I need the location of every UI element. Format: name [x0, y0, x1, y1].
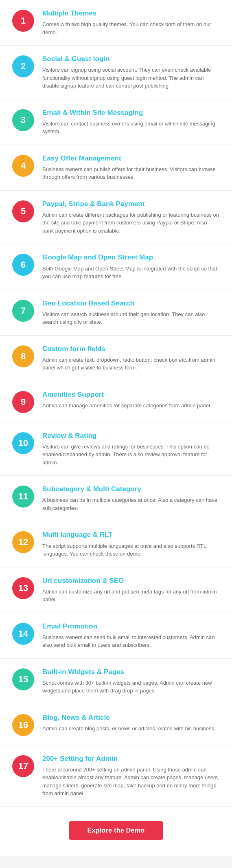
feature-item: 10Review & RatingVisitors can give revie… — [0, 422, 232, 476]
feature-number-10: 10 — [12, 432, 34, 454]
feature-title: Blog, News & Article — [42, 713, 220, 722]
feature-description: Visitors can search business around thei… — [42, 310, 220, 326]
feature-content: Amenities SupportAdmin can manage amenit… — [42, 390, 220, 410]
feature-item: 1Multiple ThemesComes with two high qual… — [0, 0, 232, 46]
feature-number-14: 14 — [12, 623, 34, 645]
feature-content: Google Map and Open Street MapBoth Googl… — [42, 253, 220, 280]
feature-item: 11Subcategory & Multi CategoryA business… — [0, 476, 232, 521]
feature-number-11: 11 — [12, 486, 34, 508]
feature-number-17: 17 — [12, 755, 34, 777]
feature-title: Social & Guest login — [42, 55, 220, 64]
feature-description: Admin can manage amenities for separate … — [42, 402, 220, 410]
feature-description: Business owners can publish offers for t… — [42, 165, 220, 181]
feature-title: Email Promotion — [42, 622, 220, 631]
feature-description: Script comes with 30+ built-in widgets a… — [42, 679, 220, 695]
feature-number-3: 3 — [12, 109, 34, 131]
feature-number-5: 5 — [12, 200, 34, 222]
feature-description: Admin can customize any url and put seo … — [42, 588, 220, 604]
explore-demo-button[interactable]: Explore the Demo — [69, 821, 163, 840]
feature-content: Email PromotionBusiness owners can send … — [42, 622, 220, 649]
feature-title: Amenities Support — [42, 390, 220, 399]
feature-title: Email & Within Site Messaging — [42, 108, 220, 117]
feature-description: A business can be in multiple categories… — [42, 496, 220, 512]
feature-description: The script supports multiple languages a… — [42, 542, 220, 558]
feature-title: Paypal, Stripe & Bank Payment — [42, 200, 220, 209]
feature-number-12: 12 — [12, 531, 34, 553]
feature-title: Subcategory & Multi Category — [42, 485, 220, 494]
feature-description: Business owners can send bulk email to i… — [42, 633, 220, 649]
feature-content: Paypal, Stripe & Bank PaymentAdmin can c… — [42, 200, 220, 235]
feature-number-2: 2 — [12, 55, 34, 77]
feature-content: Custom form fieldsAdmin can create text,… — [42, 345, 220, 372]
feature-item: 7Geo Location Based SearchVisitors can s… — [0, 290, 232, 336]
feature-content: Easy Offer ManagementBusiness owners can… — [42, 154, 220, 181]
feature-title: Url customization & SEO — [42, 576, 220, 585]
feature-content: Multiple ThemesComes with two high quali… — [42, 9, 220, 36]
feature-number-9: 9 — [12, 391, 34, 413]
feature-title: Custom form fields — [42, 345, 220, 354]
demo-button-container: Explore the Demo — [0, 807, 232, 856]
feature-number-8: 8 — [12, 345, 34, 367]
feature-item: 15Built-in Widgets & PagesScript comes w… — [0, 659, 232, 704]
feature-item: 4Easy Offer ManagementBusiness owners ca… — [0, 145, 232, 191]
feature-item: 2Social & Guest loginVisitors can signup… — [0, 46, 232, 99]
feature-title: Geo Location Based Search — [42, 299, 220, 308]
feature-content: Blog, News & ArticleAdmin can create blo… — [42, 713, 220, 733]
feature-description: There arearound 200+ setting on admin pa… — [42, 766, 220, 798]
feature-title: Multiple Themes — [42, 9, 220, 18]
feature-title: Review & Rating — [42, 431, 220, 440]
feature-item: 17200+ Setting for AdminThere arearound … — [0, 745, 232, 807]
feature-content: Review & RatingVisitors can give reviews… — [42, 431, 220, 467]
feature-number-6: 6 — [12, 254, 34, 276]
feature-number-13: 13 — [12, 577, 34, 599]
feature-content: Geo Location Based SearchVisitors can se… — [42, 299, 220, 326]
feature-title: 200+ Setting for Admin — [42, 754, 220, 763]
feature-description: Admin can create different packages for … — [42, 211, 220, 235]
feature-item: 9Amenities SupportAdmin can manage ameni… — [0, 381, 232, 422]
feature-description: Admin can create text, dropdown, radio b… — [42, 356, 220, 372]
feature-description: Both Google Map and Open Street Map is i… — [42, 265, 220, 281]
feature-number-16: 16 — [12, 714, 34, 736]
feature-content: Built-in Widgets & PagesScript comes wit… — [42, 668, 220, 695]
feature-content: Subcategory & Multi CategoryA business c… — [42, 485, 220, 512]
feature-item: 12Multi language & RLTThe script support… — [0, 521, 232, 567]
feature-number-4: 4 — [12, 155, 34, 177]
feature-content: Social & Guest loginVisitors can signup … — [42, 55, 220, 90]
feature-item: 14Email PromotionBusiness owners can sen… — [0, 613, 232, 659]
features-container: 1Multiple ThemesComes with two high qual… — [0, 0, 232, 856]
feature-number-7: 7 — [12, 300, 34, 322]
feature-description: Visitors can give reviews and ratings fo… — [42, 443, 220, 467]
feature-description: Comes with two high quality themes. You … — [42, 20, 220, 36]
feature-item: 8Custom form fieldsAdmin can create text… — [0, 336, 232, 381]
feature-item: 6Google Map and Open Street MapBoth Goog… — [0, 244, 232, 290]
feature-number-15: 15 — [12, 668, 34, 690]
feature-title: Built-in Widgets & Pages — [42, 668, 220, 677]
feature-description: Admin can create blog posts, or news or … — [42, 725, 220, 733]
feature-item: 3Email & Within Site MessagingVisitors c… — [0, 99, 232, 145]
feature-description: Visitors can contact business owners usi… — [42, 120, 220, 136]
feature-content: Email & Within Site MessagingVisitors ca… — [42, 108, 220, 136]
feature-content: Url customization & SEOAdmin can customi… — [42, 576, 220, 604]
feature-content: Multi language & RLTThe script supports … — [42, 530, 220, 558]
feature-title: Easy Offer Management — [42, 154, 220, 163]
feature-item: 5Paypal, Stripe & Bank PaymentAdmin can … — [0, 191, 232, 244]
feature-description: Visitors can signup using social account… — [42, 66, 220, 90]
feature-item: 16Blog, News & ArticleAdmin can create b… — [0, 704, 232, 745]
feature-number-1: 1 — [12, 10, 34, 32]
feature-content: 200+ Setting for AdminThere arearound 20… — [42, 754, 220, 798]
feature-title: Multi language & RLT — [42, 530, 220, 539]
feature-title: Google Map and Open Street Map — [42, 253, 220, 262]
feature-item: 13Url customization & SEOAdmin can custo… — [0, 567, 232, 613]
